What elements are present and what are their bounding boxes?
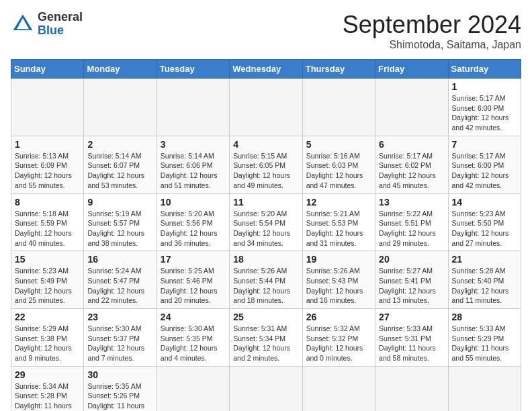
col-header-thursday: Thursday: [302, 60, 375, 79]
day-info: Sunrise: 5:21 AMSunset: 5:53 PMDaylight:…: [306, 209, 371, 248]
calendar-row: 29Sunrise: 5:34 AMSunset: 5:28 PMDayligh…: [11, 366, 521, 411]
calendar-cell: 17Sunrise: 5:25 AMSunset: 5:46 PMDayligh…: [157, 251, 229, 309]
calendar-cell: 5Sunrise: 5:16 AMSunset: 6:03 PMDaylight…: [302, 136, 375, 193]
day-number: 5: [306, 139, 371, 150]
calendar-cell: 12Sunrise: 5:21 AMSunset: 5:53 PMDayligh…: [302, 193, 375, 251]
month-title: September 2024: [343, 11, 521, 39]
day-info: Sunrise: 5:32 AMSunset: 5:32 PMDaylight:…: [306, 324, 371, 363]
location-subtitle: Shimotoda, Saitama, Japan: [343, 39, 521, 51]
day-info: Sunrise: 5:17 AMSunset: 6:00 PMDaylight:…: [452, 151, 517, 191]
day-info: Sunrise: 5:19 AMSunset: 5:57 PMDaylight:…: [87, 209, 152, 248]
day-number: 15: [15, 254, 80, 265]
day-number: 7: [452, 139, 517, 150]
day-number: 20: [379, 254, 444, 265]
day-number: 16: [87, 254, 152, 265]
day-number: 12: [306, 197, 371, 208]
day-number: 21: [452, 254, 517, 265]
calendar-cell: 30Sunrise: 5:35 AMSunset: 5:26 PMDayligh…: [84, 366, 157, 411]
calendar-cell: 25Sunrise: 5:31 AMSunset: 5:34 PMDayligh…: [230, 309, 302, 367]
day-number: 1: [452, 81, 517, 92]
day-number: 4: [233, 139, 298, 150]
day-number: 2: [87, 139, 152, 150]
calendar-cell: 16Sunrise: 5:24 AMSunset: 5:47 PMDayligh…: [84, 251, 157, 309]
calendar-cell: 8Sunrise: 5:18 AMSunset: 5:59 PMDaylight…: [11, 193, 84, 251]
day-number: 11: [233, 197, 298, 208]
calendar-cell: 3Sunrise: 5:14 AMSunset: 6:06 PMDaylight…: [157, 136, 229, 193]
day-info: Sunrise: 5:25 AMSunset: 5:46 PMDaylight:…: [161, 266, 226, 306]
day-info: Sunrise: 5:20 AMSunset: 5:56 PMDaylight:…: [161, 209, 226, 248]
col-header-tuesday: Tuesday: [157, 60, 229, 79]
calendar-cell: 26Sunrise: 5:32 AMSunset: 5:32 PMDayligh…: [302, 309, 375, 367]
day-number: 10: [161, 197, 226, 208]
calendar-cell: 20Sunrise: 5:27 AMSunset: 5:41 PMDayligh…: [375, 251, 448, 309]
calendar-cell: [302, 366, 375, 411]
day-info: Sunrise: 5:24 AMSunset: 5:47 PMDaylight:…: [87, 266, 152, 306]
calendar-cell: 15Sunrise: 5:23 AMSunset: 5:49 PMDayligh…: [11, 251, 84, 309]
calendar-cell: 22Sunrise: 5:29 AMSunset: 5:38 PMDayligh…: [11, 309, 84, 367]
day-info: Sunrise: 5:28 AMSunset: 5:40 PMDaylight:…: [452, 266, 517, 306]
day-number: 8: [15, 197, 80, 208]
calendar-cell: 9Sunrise: 5:19 AMSunset: 5:57 PMDaylight…: [84, 193, 157, 251]
day-number: 3: [161, 139, 226, 150]
calendar-cell: [157, 366, 229, 411]
day-info: Sunrise: 5:14 AMSunset: 6:06 PMDaylight:…: [161, 151, 226, 191]
calendar-cell: 18Sunrise: 5:26 AMSunset: 5:44 PMDayligh…: [230, 251, 302, 309]
day-info: Sunrise: 5:23 AMSunset: 5:49 PMDaylight:…: [15, 266, 80, 306]
day-info: Sunrise: 5:16 AMSunset: 6:03 PMDaylight:…: [306, 151, 371, 191]
calendar-cell: [11, 79, 84, 136]
day-number: 9: [87, 197, 152, 208]
calendar-cell: 23Sunrise: 5:30 AMSunset: 5:37 PMDayligh…: [84, 309, 157, 367]
day-number: 27: [379, 312, 444, 322]
day-info: Sunrise: 5:13 AMSunset: 6:09 PMDaylight:…: [15, 151, 80, 191]
title-block: September 2024 Shimotoda, Saitama, Japan: [343, 11, 521, 51]
calendar-cell: 7Sunrise: 5:17 AMSunset: 6:00 PMDaylight…: [448, 136, 521, 193]
calendar-header-row: SundayMondayTuesdayWednesdayThursdayFrid…: [11, 60, 521, 79]
calendar-row: 22Sunrise: 5:29 AMSunset: 5:38 PMDayligh…: [11, 309, 521, 367]
logo-text: General Blue: [38, 11, 83, 38]
calendar-cell: [230, 366, 302, 411]
calendar-cell: [448, 366, 521, 411]
day-number: 1: [15, 139, 80, 150]
day-info: Sunrise: 5:15 AMSunset: 6:05 PMDaylight:…: [233, 151, 298, 191]
day-number: 26: [306, 312, 371, 322]
calendar-cell: [375, 366, 448, 411]
col-header-wednesday: Wednesday: [230, 60, 302, 79]
day-info: Sunrise: 5:22 AMSunset: 5:51 PMDaylight:…: [379, 209, 444, 248]
calendar-cell: [375, 79, 448, 136]
day-info: Sunrise: 5:33 AMSunset: 5:31 PMDaylight:…: [379, 324, 444, 363]
calendar-cell: [84, 79, 157, 136]
day-number: 17: [161, 254, 226, 265]
col-header-friday: Friday: [375, 60, 448, 79]
day-info: Sunrise: 5:20 AMSunset: 5:54 PMDaylight:…: [233, 209, 298, 248]
day-info: Sunrise: 5:30 AMSunset: 5:37 PMDaylight:…: [87, 324, 152, 363]
calendar-cell: 4Sunrise: 5:15 AMSunset: 6:05 PMDaylight…: [230, 136, 302, 193]
day-number: 23: [87, 312, 152, 322]
day-info: Sunrise: 5:17 AMSunset: 6:02 PMDaylight:…: [379, 151, 444, 191]
calendar-cell: [302, 79, 375, 136]
calendar-cell: 21Sunrise: 5:28 AMSunset: 5:40 PMDayligh…: [448, 251, 521, 309]
calendar-cell: 10Sunrise: 5:20 AMSunset: 5:56 PMDayligh…: [157, 193, 229, 251]
calendar-cell: 6Sunrise: 5:17 AMSunset: 6:02 PMDaylight…: [375, 136, 448, 193]
calendar-row: 1Sunrise: 5:17 AMSunset: 6:00 PMDaylight…: [11, 79, 521, 136]
col-header-saturday: Saturday: [448, 60, 521, 79]
day-number: 28: [452, 312, 517, 322]
day-info: Sunrise: 5:27 AMSunset: 5:41 PMDaylight:…: [379, 266, 444, 306]
day-info: Sunrise: 5:23 AMSunset: 5:50 PMDaylight:…: [452, 209, 517, 248]
calendar-cell: 2Sunrise: 5:14 AMSunset: 6:07 PMDaylight…: [84, 136, 157, 193]
col-header-monday: Monday: [84, 60, 157, 79]
day-number: 25: [233, 312, 298, 322]
day-number: 14: [452, 197, 517, 208]
calendar-cell: 1Sunrise: 5:17 AMSunset: 6:00 PMDaylight…: [448, 79, 521, 136]
day-number: 29: [15, 369, 80, 380]
calendar-cell: 29Sunrise: 5:34 AMSunset: 5:28 PMDayligh…: [11, 366, 84, 411]
calendar-cell: 1Sunrise: 5:13 AMSunset: 6:09 PMDaylight…: [11, 136, 84, 193]
logo-icon: [11, 12, 35, 36]
day-info: Sunrise: 5:34 AMSunset: 5:28 PMDaylight:…: [15, 381, 80, 411]
col-header-sunday: Sunday: [11, 60, 84, 79]
logo: General Blue: [11, 11, 83, 38]
calendar-cell: 14Sunrise: 5:23 AMSunset: 5:50 PMDayligh…: [448, 193, 521, 251]
day-info: Sunrise: 5:29 AMSunset: 5:38 PMDaylight:…: [15, 324, 80, 363]
day-number: 30: [87, 369, 152, 380]
day-number: 6: [379, 139, 444, 150]
calendar-cell: 27Sunrise: 5:33 AMSunset: 5:31 PMDayligh…: [375, 309, 448, 367]
